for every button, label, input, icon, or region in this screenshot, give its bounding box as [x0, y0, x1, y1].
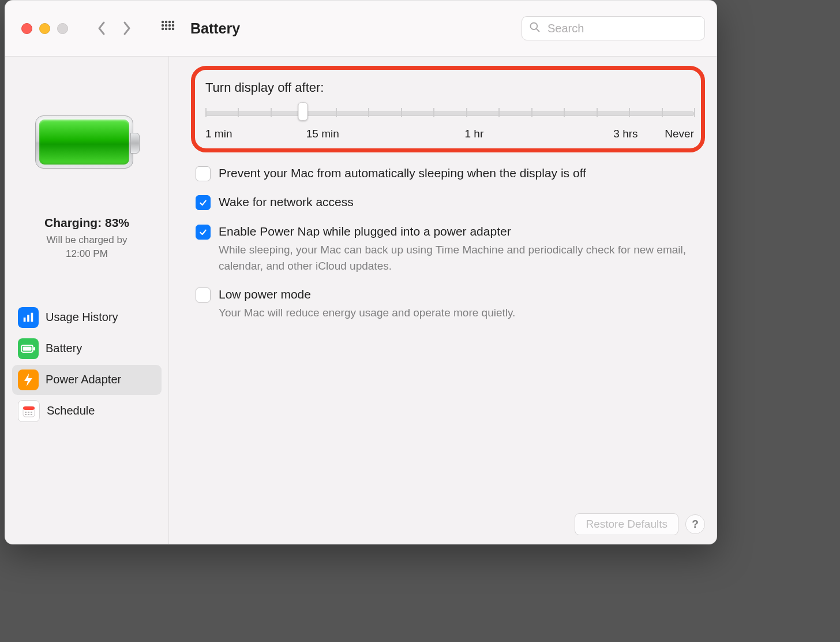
svg-rect-21 — [23, 406, 35, 410]
svg-point-4 — [162, 24, 164, 26]
slider-tick — [564, 108, 565, 117]
highlighted-display-sleep-section: Turn display off after: 1 min15 min1 hr3… — [191, 66, 705, 152]
slider-tick — [271, 108, 272, 117]
slider-tick — [401, 108, 402, 117]
svg-rect-25 — [25, 414, 27, 415]
option-row: Prevent your Mac from automatically slee… — [196, 165, 705, 181]
sidebar-item-label: Power Adapter — [46, 373, 121, 386]
option-row: Low power modeYour Mac will reduce energ… — [196, 286, 705, 321]
slider-tick — [597, 108, 598, 117]
content: Turn display off after: 1 min15 min1 hr3… — [169, 57, 717, 544]
sidebar-item-battery[interactable]: Battery — [12, 334, 162, 364]
zoom-window-button[interactable] — [57, 23, 68, 34]
close-window-button[interactable] — [21, 23, 32, 34]
help-button[interactable]: ? — [685, 514, 705, 534]
sidebar-list: Usage HistoryBatteryPower AdapterSchedul… — [12, 303, 162, 426]
svg-point-0 — [162, 20, 164, 23]
sidebar-item-usage-history[interactable]: Usage History — [12, 303, 162, 333]
slider-label: 3 hrs — [613, 128, 638, 140]
slider-tick — [205, 108, 207, 117]
slider-thumb[interactable] — [298, 102, 308, 121]
restore-defaults-button[interactable]: Restore Defaults — [575, 513, 678, 535]
option-row: Enable Power Nap while plugged into a po… — [196, 223, 705, 274]
forward-button[interactable] — [122, 21, 132, 36]
svg-point-6 — [168, 24, 171, 26]
battery-graphic: Charging: 83% Will be charged by 12:00 P… — [12, 70, 162, 261]
svg-rect-23 — [28, 412, 29, 413]
option-label: Wake for network access — [219, 194, 354, 210]
slider-tick — [368, 108, 369, 117]
svg-line-13 — [537, 28, 539, 31]
svg-rect-26 — [28, 414, 29, 415]
bolt-icon — [18, 369, 39, 390]
svg-point-11 — [172, 27, 174, 29]
slider-tick — [238, 108, 239, 117]
show-all-preferences-button[interactable] — [160, 20, 175, 38]
window-controls — [21, 23, 68, 34]
page-title: Battery — [190, 20, 240, 37]
slider-label: 15 min — [306, 128, 339, 140]
svg-rect-19 — [33, 347, 35, 350]
toolbar: Battery — [5, 1, 717, 57]
display-sleep-slider[interactable]: 1 min15 min1 hr3 hrsNever — [205, 109, 694, 141]
slider-label: Never — [665, 128, 694, 140]
svg-rect-24 — [31, 412, 32, 413]
slider-tick — [466, 108, 467, 117]
svg-rect-16 — [31, 312, 33, 322]
svg-rect-27 — [31, 414, 32, 415]
option-label: Enable Power Nap while plugged into a po… — [219, 223, 692, 240]
charging-eta: Will be charged by 12:00 PM — [47, 233, 127, 261]
option-description: Your Mac will reduce energy usage and op… — [219, 305, 515, 321]
option-label: Prevent your Mac from automatically slee… — [219, 165, 586, 181]
svg-point-1 — [165, 20, 167, 23]
svg-point-5 — [165, 24, 167, 26]
system-preferences-window: Battery Charging: 83% Will be charged — [5, 0, 717, 544]
slider-tick — [498, 108, 500, 117]
display-sleep-title: Turn display off after: — [205, 80, 694, 95]
svg-rect-14 — [24, 318, 26, 322]
svg-rect-22 — [25, 412, 27, 413]
search-field[interactable] — [522, 16, 705, 40]
option-label: Low power mode — [219, 286, 515, 303]
sidebar-item-label: Schedule — [47, 404, 95, 417]
svg-point-10 — [168, 27, 171, 29]
back-button[interactable] — [97, 21, 106, 36]
slider-tick — [629, 108, 630, 117]
charging-status: Charging: 83% — [44, 216, 129, 230]
search-input[interactable] — [546, 21, 697, 36]
slider-tick — [336, 108, 337, 117]
svg-rect-15 — [27, 315, 29, 322]
checkbox[interactable] — [196, 166, 211, 181]
svg-point-7 — [172, 24, 174, 26]
chart-bar-icon — [18, 307, 39, 328]
option-description: While sleeping, your Mac can back up usi… — [219, 242, 692, 274]
sidebar-item-power-adapter[interactable]: Power Adapter — [12, 365, 162, 395]
sidebar-item-schedule[interactable]: Schedule — [12, 396, 162, 426]
search-icon — [529, 21, 541, 36]
sidebar: Charging: 83% Will be charged by 12:00 P… — [5, 57, 169, 544]
svg-point-8 — [162, 27, 164, 29]
svg-rect-18 — [23, 346, 32, 350]
svg-point-9 — [165, 27, 167, 29]
checkbox[interactable] — [196, 225, 211, 240]
slider-label: 1 hr — [464, 128, 483, 140]
slider-label: 1 min — [205, 128, 232, 140]
svg-point-3 — [172, 20, 174, 23]
battery-full-icon — [18, 338, 39, 359]
calendar-icon — [18, 400, 40, 422]
slider-tick — [662, 108, 663, 117]
nav-arrows — [97, 21, 132, 36]
option-row: Wake for network access — [196, 194, 705, 210]
slider-tick — [694, 108, 695, 117]
slider-tick — [433, 108, 434, 117]
svg-point-2 — [168, 20, 171, 23]
slider-tick — [531, 108, 532, 117]
checkbox[interactable] — [196, 288, 211, 303]
checkbox[interactable] — [196, 195, 211, 210]
sidebar-item-label: Battery — [46, 342, 82, 355]
sidebar-item-label: Usage History — [46, 311, 118, 324]
minimize-window-button[interactable] — [39, 23, 50, 34]
